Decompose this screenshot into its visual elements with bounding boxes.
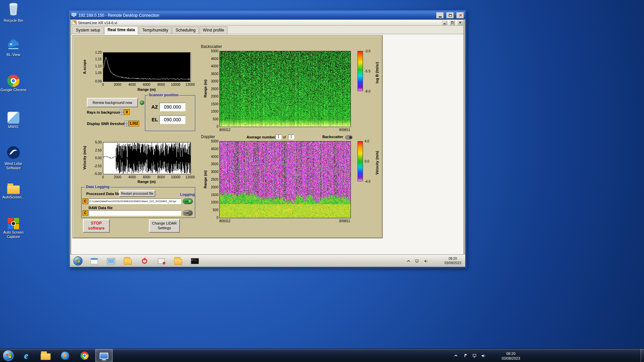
remote-hidden-icons-button[interactable] xyxy=(406,256,412,266)
tick-label: 3000 xyxy=(211,170,218,174)
clock[interactable]: 08:20 03/08/2023 xyxy=(499,351,523,361)
volume-tray-icon[interactable] xyxy=(480,349,487,362)
start-button[interactable] xyxy=(3,350,14,361)
taskbar-item-file-explorer[interactable] xyxy=(37,349,54,362)
tab-scheduling[interactable]: Scheduling xyxy=(172,26,199,34)
backscatter-toggle[interactable] xyxy=(345,135,353,139)
increment-icon[interactable]: ▲ xyxy=(120,109,123,112)
vi-icon xyxy=(72,20,76,25)
tick-label: 0.00 xyxy=(95,156,102,160)
tick-label: 0.0 xyxy=(365,160,369,163)
tick-label: 12000 xyxy=(185,175,195,179)
average-number-field[interactable]: 1 xyxy=(275,134,281,139)
tab-temp-humidity[interactable]: Temp/humidity xyxy=(139,26,171,34)
processed-drive-box[interactable]: C xyxy=(83,198,88,204)
app-minimize-button[interactable] xyxy=(442,20,447,25)
desktop-icon-mw41[interactable]: MW41 xyxy=(0,112,27,129)
stop-software-button[interactable]: STOP software xyxy=(83,219,110,233)
tick-label: 2000 xyxy=(114,175,121,179)
led-indicator xyxy=(140,101,144,105)
remote-taskbar-item-cmd[interactable]: C:\_ xyxy=(188,256,202,266)
remote-date: 03/08/2023 xyxy=(444,261,461,265)
remote-taskbar-item-1[interactable] xyxy=(88,256,101,266)
restart-processed-file-button[interactable]: Restart processed file xyxy=(119,190,155,197)
remote-taskbar-item-5[interactable] xyxy=(155,256,168,266)
minimize-icon xyxy=(439,16,442,17)
tick-label: 2000 xyxy=(114,83,121,86)
bl-view-icon xyxy=(6,39,20,52)
maximize-icon xyxy=(449,14,452,17)
tick-label: 1.05 xyxy=(95,71,102,75)
minimize-button[interactable] xyxy=(436,12,444,18)
close-button[interactable]: ✕ xyxy=(457,12,464,18)
tab-system-setup[interactable]: System setup xyxy=(72,26,104,34)
app-titlebar[interactable]: StreamLine XR v14-6.vi ✕ xyxy=(71,20,464,26)
doppler-colorbar-label: Velocity (m/s) xyxy=(375,141,379,185)
processed-path-field[interactable]: C:\Lidar\Data\Proc\2023\202308\20230801\… xyxy=(89,198,181,204)
remote-taskbar-item-4[interactable] xyxy=(138,256,151,266)
desktop-icon-google-chrome[interactable]: Google Chrome xyxy=(0,75,27,92)
taskbar-item-internet-explorer[interactable]: e xyxy=(17,349,35,362)
action-center-tray-icon[interactable] xyxy=(462,349,470,362)
backscatter-colorbar-ticks: -3.0-5.5-8.0 xyxy=(365,51,376,91)
rays-stepper[interactable]: ▲▼ xyxy=(120,109,123,115)
raw-path-field[interactable] xyxy=(89,210,181,216)
tab-bar: System setup Real time data Temp/humidit… xyxy=(71,26,464,34)
raw-drive-box[interactable]: C xyxy=(83,210,88,216)
show-desktop-button[interactable] xyxy=(641,349,644,362)
tick-label: 8000 xyxy=(157,83,165,86)
tab-real-time-data[interactable]: Real time data xyxy=(104,26,138,34)
doppler-x-ticks: 809312809811 xyxy=(219,219,350,223)
snr-value-field[interactable]: 1.002 xyxy=(128,121,139,126)
change-lidar-settings-button[interactable]: Change LiDAR Settings xyxy=(149,219,180,233)
decrement-icon[interactable]: ▼ xyxy=(124,124,128,127)
desktop-icon-recycle-bin[interactable]: Recycle Bin xyxy=(0,2,27,23)
rays-value-field[interactable]: 8 xyxy=(124,109,130,115)
taskbar-item-media-player[interactable] xyxy=(56,349,74,362)
rays-in-background-label: Rays in background xyxy=(87,110,122,114)
az-label: AZ xyxy=(151,104,158,110)
remote-taskbar-item-2[interactable] xyxy=(104,256,118,266)
tab-wind-profile[interactable]: Wind profile xyxy=(200,26,227,34)
raw-logging-toggle[interactable]: OFF xyxy=(183,210,193,216)
tick-label: 6000 xyxy=(143,83,150,86)
network-tray-icon[interactable] xyxy=(471,349,478,362)
app-maximize-button[interactable] xyxy=(449,20,455,25)
maximize-button[interactable] xyxy=(446,12,454,18)
tray-time: 08:20 xyxy=(499,351,523,356)
data-logging-frame: Data Logging Processed Data file Restart… xyxy=(81,187,195,218)
processed-logging-toggle[interactable]: ON xyxy=(183,198,193,204)
toggle-knob xyxy=(188,199,192,203)
taskbar-item-remote-desktop[interactable] xyxy=(95,349,113,362)
file-explorer-icon xyxy=(174,259,182,265)
renew-background-button[interactable]: Renew background now xyxy=(87,98,138,107)
remote-clock[interactable]: 08:20 03/08/2023 xyxy=(444,257,461,265)
ascope-x-axis-label: Range (m) xyxy=(103,87,190,92)
az-value-field[interactable]: 090.000 xyxy=(159,103,185,111)
desktop-icon-bl-view[interactable]: BL-View xyxy=(0,39,27,57)
tick-label: 3500 xyxy=(211,72,218,75)
doppler-colorbar xyxy=(358,141,363,181)
average-total-field[interactable]: 1 xyxy=(288,134,294,139)
velocity-y-axis-label: Velocity (m/s) xyxy=(82,142,87,174)
remote-taskbar-item-6[interactable] xyxy=(171,256,185,266)
hidden-icons-button[interactable] xyxy=(452,349,460,362)
decrement-icon[interactable]: ▼ xyxy=(120,112,123,115)
tick-label: 1.20 xyxy=(95,51,102,54)
desktop-icon-autoscreen-folder[interactable]: AutoScreen... xyxy=(0,183,27,199)
taskbar-item-chrome[interactable] xyxy=(76,349,93,362)
tick-label: 5000 xyxy=(211,49,218,53)
remote-volume-tray-icon[interactable] xyxy=(423,256,429,266)
remote-taskbar-item-3[interactable] xyxy=(121,256,135,266)
el-value-field[interactable]: 090.000 xyxy=(159,115,185,124)
remote-network-tray-icon[interactable] xyxy=(414,256,420,266)
snr-stepper[interactable]: ▲▼ xyxy=(124,121,128,126)
desktop-icon-auto-screen-capture[interactable]: Auto Screen Capture xyxy=(0,218,27,239)
rdp-titlebar[interactable]: 192.168.0.150 - Remote Desktop Connectio… xyxy=(70,11,465,19)
rdp-window-title: 192.168.0.150 - Remote Desktop Connectio… xyxy=(78,13,434,18)
chrome-icon xyxy=(80,352,89,360)
app-close-button[interactable]: ✕ xyxy=(457,20,463,25)
remote-start-button[interactable] xyxy=(73,256,83,265)
increment-icon[interactable]: ▲ xyxy=(124,121,128,124)
desktop-icon-wind-lidar[interactable]: Wind Lidar Software xyxy=(0,146,27,170)
